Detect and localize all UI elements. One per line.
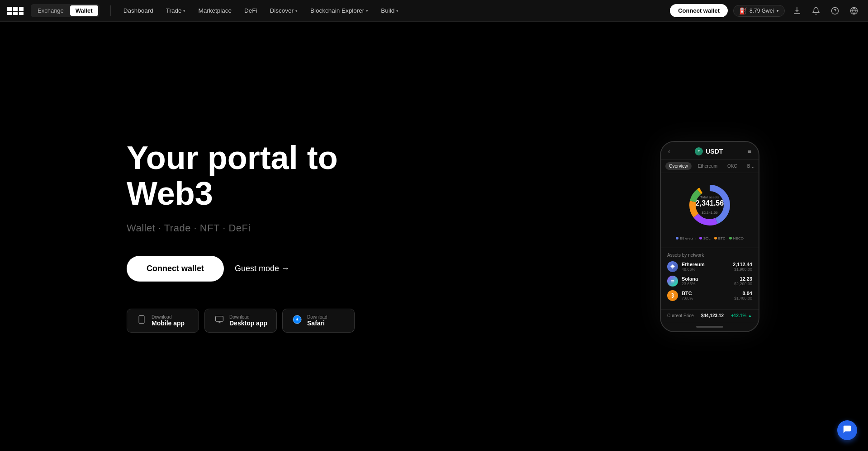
phone-tabs: Overview Ethereum OKC B… ≡ — [661, 160, 759, 173]
nav-divider — [110, 5, 111, 16]
current-price-label: Current Price — [667, 313, 694, 318]
hero-buttons: Connect wallet Guest mode → — [127, 256, 398, 282]
phone-assets-section: Assets by network Ethereum 48.66% 2,112.… — [661, 248, 759, 309]
discover-chevron-icon: ▾ — [295, 9, 298, 13]
help-icon-btn[interactable] — [828, 4, 842, 18]
guest-mode-button[interactable]: Guest mode → — [235, 264, 289, 273]
phone-mockup: ‹ T USDT ≡ Overview Ethereum OKC B… ≡ — [660, 141, 759, 332]
download-safari-btn[interactable]: Download Safari — [282, 309, 355, 333]
mobile-icon — [136, 315, 147, 326]
phone-tab-b[interactable]: B… — [744, 162, 759, 170]
donut-center: Total assets 2,341.56 $2,341.56 — [696, 195, 724, 215]
btc-legend-dot — [714, 237, 717, 240]
nav-link-build[interactable]: Build ▾ — [375, 5, 404, 17]
total-assets-label: Total assets — [696, 195, 724, 199]
hero-subtitle: Wallet · Trade · NFT · DeFi — [127, 222, 398, 234]
svg-rect-2 — [19, 7, 24, 11]
exchange-toggle-btn[interactable]: Exchange — [32, 5, 69, 16]
build-chevron-icon: ▾ — [396, 9, 398, 13]
phone-mockup-container: ‹ T USDT ≡ Overview Ethereum OKC B… ≡ — [660, 141, 759, 332]
chat-icon — [842, 424, 852, 437]
chat-bubble-btn[interactable] — [837, 420, 857, 440]
phone-home-bar — [661, 322, 759, 331]
hero-left: Your portal to Web3 Wallet · Trade · NFT… — [127, 140, 398, 333]
current-price-change: +12.1% ▲ — [731, 313, 752, 318]
phone-price-row: Current Price $44,123.12 +12.1% ▲ — [661, 309, 759, 322]
phone-token: T USDT — [695, 147, 723, 155]
nav-right: Connect wallet ⛽ 8.79 Gwei ▾ — [670, 4, 861, 18]
nav-link-marketplace[interactable]: Marketplace — [193, 5, 237, 17]
phone-back-btn[interactable]: ‹ — [668, 148, 670, 155]
gas-badge[interactable]: ⛽ 8.79 Gwei ▾ — [733, 5, 785, 17]
connect-wallet-nav-button[interactable]: Connect wallet — [670, 4, 728, 17]
nav-links: Dashboard Trade ▾ Marketplace DeFi Disco… — [118, 5, 667, 17]
asset-row-solana: Solana 23.66% 12.23 $2,200.00 — [667, 276, 752, 287]
nav-link-blockchain-explorer[interactable]: Blockchain Explorer ▾ — [305, 5, 374, 17]
legend-ethereum: Ethereum — [676, 236, 696, 240]
globe-icon-btn[interactable] — [847, 4, 861, 18]
wallet-toggle-btn[interactable]: Wallet — [70, 5, 98, 16]
phone-tab-overview[interactable]: Overview — [665, 162, 692, 170]
token-name: USDT — [706, 148, 723, 155]
legend-heco: HECO — [729, 236, 744, 240]
svg-rect-11 — [216, 316, 223, 322]
nav-link-dashboard[interactable]: Dashboard — [118, 5, 159, 17]
phone-menu-icon[interactable]: ≡ — [748, 148, 751, 155]
btc-asset-icon: ₿ — [667, 290, 678, 301]
hero-title: Your portal to Web3 — [127, 140, 398, 211]
main-content: Your portal to Web3 Wallet · Trade · NFT… — [0, 22, 868, 451]
home-bar-indicator — [696, 326, 723, 328]
connect-wallet-hero-button[interactable]: Connect wallet — [127, 256, 224, 282]
total-assets-value: 2,341.56 — [696, 199, 724, 207]
svg-rect-3 — [7, 12, 12, 15]
asset-row-ethereum: Ethereum 48.66% 2,112.44 $1,900.00 — [667, 261, 752, 272]
legend-sol: SOL — [699, 236, 711, 240]
phone-header: ‹ T USDT ≡ — [661, 142, 759, 160]
phone-tab-ethereum[interactable]: Ethereum — [694, 162, 721, 170]
ethereum-legend-dot — [676, 237, 678, 240]
sol-legend-dot — [699, 237, 702, 240]
blockchain-explorer-chevron-icon: ▾ — [366, 9, 368, 13]
svg-rect-4 — [13, 12, 18, 15]
gas-value: 8.79 Gwei — [749, 8, 774, 14]
logo[interactable] — [7, 7, 24, 15]
svg-rect-0 — [7, 7, 12, 11]
nav-link-trade[interactable]: Trade ▾ — [161, 5, 191, 17]
notification-icon-btn[interactable] — [809, 4, 823, 18]
download-desktop-btn[interactable]: Download Desktop app — [204, 309, 277, 333]
nav-link-defi[interactable]: DeFi — [239, 5, 263, 17]
solana-asset-icon — [667, 276, 678, 287]
nav-link-discover[interactable]: Discover ▾ — [265, 5, 304, 17]
trade-chevron-icon: ▾ — [183, 9, 185, 13]
safari-icon — [292, 315, 303, 327]
phone-tab-okc[interactable]: OKC — [724, 162, 741, 170]
usdt-icon: T — [695, 147, 703, 155]
legend-btc: BTC — [714, 236, 726, 240]
asset-row-btc: ₿ BTC 7.68% 0.04 $1,400.00 — [667, 290, 752, 301]
total-assets-usd: $2,341.56 — [702, 210, 718, 214]
chart-legend: Ethereum SOL BTC HECO — [676, 236, 744, 240]
download-mobile-btn[interactable]: Download Mobile app — [127, 309, 199, 333]
ethereum-asset-icon — [667, 261, 678, 272]
phone-chart-area: Total assets 2,341.56 $2,341.56 Ethereum… — [661, 173, 759, 248]
svg-rect-1 — [13, 7, 18, 11]
nav-toggle: Exchange Wallet — [31, 4, 100, 17]
heco-legend-dot — [729, 237, 732, 240]
download-buttons: Download Mobile app Download Desktop app — [127, 309, 398, 333]
assets-title: Assets by network — [667, 253, 752, 258]
donut-chart: Total assets 2,341.56 $2,341.56 — [685, 180, 735, 230]
desktop-icon — [214, 315, 225, 326]
gas-chevron-icon: ▾ — [777, 9, 779, 13]
download-icon-btn[interactable] — [790, 4, 804, 18]
navbar: Exchange Wallet Dashboard Trade ▾ Market… — [0, 0, 868, 22]
gas-icon: ⛽ — [739, 7, 747, 14]
current-price-value: $44,123.12 — [701, 313, 724, 318]
svg-rect-5 — [19, 12, 24, 15]
